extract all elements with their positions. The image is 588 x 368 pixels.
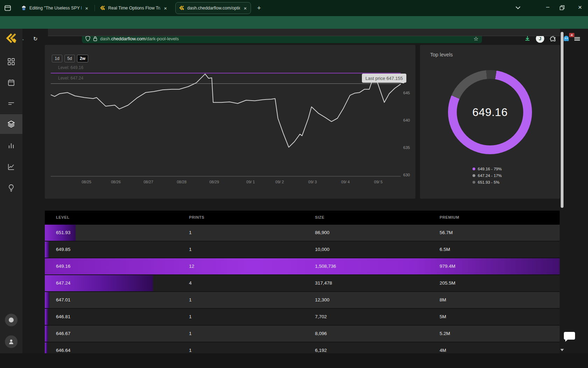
cell-premium: 6.5M — [440, 247, 450, 252]
minimize-button[interactable]: – — [542, 4, 553, 11]
cell-prints: 4 — [189, 280, 192, 286]
close-window-button[interactable]: × — [574, 4, 586, 11]
x-tick-4: 08/29 — [209, 180, 219, 184]
table-row-646.67[interactable]: 646.6718,0965.2M — [45, 326, 560, 342]
levels-table: LEVEL PRINTS SIZE PREMIUM 651.93186,9005… — [45, 211, 560, 353]
cell-size: 317,478 — [315, 280, 332, 286]
cell-prints: 1 — [189, 247, 192, 252]
cell-level: 649.16 — [56, 264, 70, 269]
firefox-view-icon[interactable] — [4, 4, 12, 12]
cell-size: 86,900 — [315, 230, 329, 235]
cell-level: 647.01 — [56, 297, 70, 302]
sidebar-item-trend-charts[interactable] — [0, 157, 22, 177]
premium-bar — [45, 241, 49, 258]
y-tick-645: 645 — [403, 91, 416, 95]
chat-widget-button[interactable] — [563, 330, 576, 343]
y-tick-630: 630 — [403, 173, 416, 177]
x-tick-8: 09/ 4 — [341, 180, 350, 184]
tab-title: Editing "The Useless SPY Report" — [29, 6, 82, 11]
windows-taskbar: Type here to search 65°F Cloudy — [0, 353, 588, 368]
table-row-647.24[interactable]: 647.244317,478205.5M — [45, 275, 560, 292]
cell-premium: 4M — [440, 348, 446, 353]
tab-close-icon[interactable]: × — [84, 6, 89, 11]
x-tick-1: 08/26 — [111, 180, 121, 184]
cell-size: 7,702 — [315, 314, 327, 319]
user-avatar-button[interactable] — [5, 335, 18, 348]
tab-close-icon[interactable]: × — [163, 6, 168, 11]
legend-dot-icon — [472, 168, 475, 170]
y-tick-635: 635 — [403, 145, 416, 150]
sidebar-item-ideas[interactable] — [0, 178, 22, 198]
cell-prints: 1 — [189, 297, 192, 302]
column-header-prints: PRINTS — [189, 215, 204, 219]
donut-center-value: 649.16 — [472, 106, 508, 119]
url-text[interactable]: dash.cheddarflow.com/dark-pool-levels — [100, 36, 471, 41]
bar-chart-icon — [7, 142, 15, 150]
cell-premium: 5.2M — [440, 331, 450, 336]
cell-size: 6,192 — [315, 348, 327, 353]
price-polyline — [51, 74, 401, 147]
table-row-646.81[interactable]: 646.8117,7025M — [45, 309, 560, 326]
cell-premium: 979.4M — [440, 264, 455, 269]
column-header-level: LEVEL — [56, 215, 69, 219]
sidebar-item-calendar[interactable] — [0, 73, 22, 93]
tab-close-icon[interactable]: × — [243, 6, 247, 11]
menu-hamburger-icon[interactable] — [574, 34, 584, 43]
sidebar-item-flow-feed[interactable] — [0, 94, 22, 114]
browser-tab-bar: Editing "The Useless SPY Report" × Real … — [0, 0, 588, 16]
table-row-649.85[interactable]: 649.85110,0006.5M — [45, 241, 560, 258]
table-row-649.16[interactable]: 649.16121,508,736979.4M — [45, 258, 560, 275]
calendar-icon — [7, 79, 15, 87]
reload-button[interactable]: ↻ — [31, 34, 40, 43]
x-tick-0: 08/25 — [82, 180, 91, 184]
tab-dashboard-active[interactable]: dash.cheddarflow.com/options- × — [175, 2, 251, 14]
cell-premium: 205.5M — [440, 280, 455, 286]
grid-icon — [7, 58, 15, 66]
top-levels-card: Top levels 649.16 649.16 - 79%647.24 - 1… — [420, 45, 560, 199]
donut-hole: 649.16 — [457, 79, 523, 145]
legend-label: 647.24 - 17% — [478, 173, 502, 178]
status-dot-button[interactable] — [5, 314, 18, 326]
table-row-651.93[interactable]: 651.93186,90056.7M — [45, 225, 560, 241]
browser-nav-bar: ← → ↻ dash.cheddarflow.com/dark-pool-lev… — [0, 16, 588, 29]
cell-level: 649.85 — [56, 247, 70, 252]
bookmark-star-icon[interactable]: ☆ — [474, 35, 478, 42]
cell-premium: 5M — [440, 314, 446, 319]
table-row-647.01[interactable]: 647.01112,3008M — [45, 292, 560, 309]
cell-prints: 1 — [189, 331, 192, 336]
legend-dot-icon — [472, 174, 475, 177]
cell-premium: 56.7M — [440, 230, 453, 235]
cell-size: 1,508,736 — [315, 264, 336, 269]
last-price-tooltip: Last price 647.155 — [362, 74, 406, 83]
table-header: LEVEL PRINTS SIZE PREMIUM — [45, 211, 560, 225]
sidebar-item-dashboard[interactable] — [0, 52, 22, 71]
cell-prints: 1 — [189, 314, 192, 319]
tab-options-flow[interactable]: Real Time Options Flow Tracking × — [97, 2, 171, 14]
x-tick-2: 08/27 — [144, 180, 153, 184]
shield-icon[interactable] — [85, 36, 90, 41]
x-tick-9: 09/ 5 — [374, 180, 383, 184]
cell-size: 10,000 — [315, 247, 329, 252]
premium-bar — [45, 326, 48, 342]
sidebar-item-volume-charts[interactable] — [0, 136, 22, 156]
cell-level: 647.24 — [56, 280, 70, 286]
page-scrollbar-thumb[interactable] — [561, 32, 564, 208]
scrollbar-down-arrow[interactable] — [560, 348, 564, 352]
restore-button[interactable] — [559, 5, 565, 11]
list-all-tabs-icon[interactable] — [515, 6, 521, 10]
extension-badge: 4 — [569, 33, 574, 37]
cheddarflow-logo[interactable] — [5, 33, 17, 44]
previous-card-edge — [48, 29, 560, 36]
x-tick-3: 08/28 — [177, 180, 187, 184]
top-levels-title: Top levels — [430, 52, 453, 57]
cell-size: 12,300 — [315, 297, 329, 302]
lock-icon[interactable] — [93, 36, 97, 41]
new-tab-button[interactable]: + — [255, 4, 263, 12]
sidebar-item-dark-pool-levels[interactable] — [0, 114, 22, 134]
cell-level: 646.67 — [56, 331, 70, 336]
sidebar — [0, 29, 22, 353]
table-row-646.64[interactable]: 646.6416,1924M — [45, 342, 560, 353]
tab-spy-report[interactable]: Editing "The Useless SPY Report" × — [18, 2, 92, 14]
column-header-premium: PREMIUM — [440, 215, 459, 219]
premium-bar — [45, 292, 49, 308]
